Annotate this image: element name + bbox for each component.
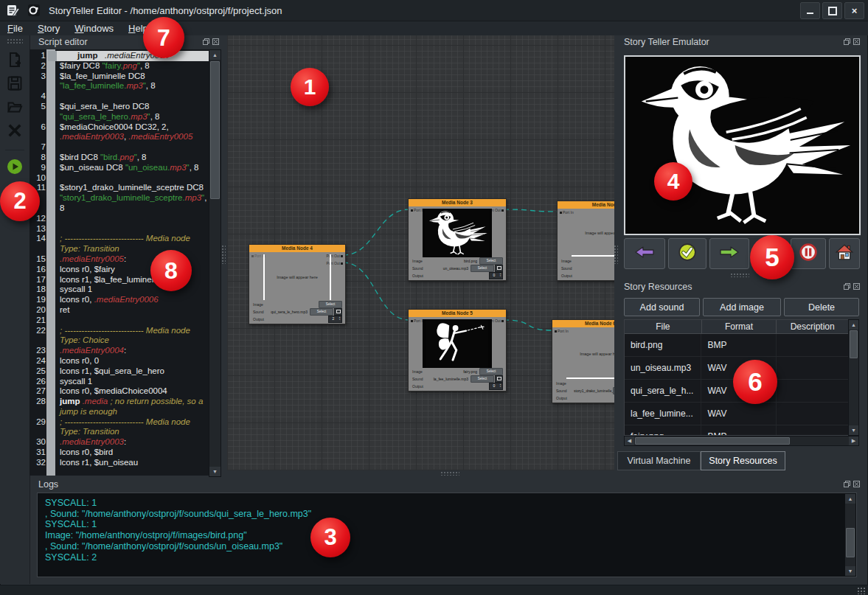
- spinner-arrows[interactable]: ▴▾: [499, 273, 502, 279]
- spinner-arrows[interactable]: ▴▾: [499, 383, 502, 389]
- emulator-next-button[interactable]: [709, 238, 749, 269]
- add-sound-button[interactable]: Add sound: [624, 298, 700, 316]
- code-row[interactable]: 28jump .media ; no return possible, so a: [29, 397, 209, 407]
- toolbar-new-file-button[interactable]: [0, 49, 29, 73]
- splitter-handle[interactable]: [730, 273, 749, 277]
- code-row[interactable]: jump is enough: [29, 407, 209, 417]
- splitter-handle[interactable]: [221, 245, 226, 264]
- code-row[interactable]: 30.mediaEntry0003:: [29, 437, 209, 448]
- toolbar-save-button[interactable]: [0, 73, 29, 97]
- spinner-arrows[interactable]: ▴▾: [338, 316, 341, 322]
- float-panel-icon[interactable]: [843, 282, 851, 290]
- code-row-current[interactable]: 1jump .mediaEntry0004: [29, 51, 209, 61]
- close-panel-icon[interactable]: [853, 282, 861, 290]
- scroll-down-icon[interactable]: ▼: [209, 467, 221, 476]
- code-row[interactable]: 19lcons r0, .mediaEntry0006: [29, 295, 209, 305]
- code-row[interactable]: 10: [29, 173, 209, 184]
- column-header-file[interactable]: File: [625, 320, 702, 334]
- code-row[interactable]: "la_fee_luminelle.mp3", 8: [29, 81, 209, 91]
- sound-preview-button[interactable]: [334, 308, 342, 316]
- node-media-node[interactable]: Media NodePort InPort OutImage will appe…: [557, 201, 614, 281]
- node-media-node-6[interactable]: Media Node 6Port InPort OutImage will ap…: [552, 319, 614, 403]
- scroll-down-icon[interactable]: ▼: [845, 566, 855, 576]
- toolbar-open-button[interactable]: [0, 97, 29, 120]
- code-row[interactable]: 25lcons r1, $qui_sera_le_hero: [29, 366, 209, 377]
- code-row[interactable]: Type: Choice: [29, 335, 209, 346]
- code-row[interactable]: 8$bird DC8 "bird.png", 8: [29, 153, 209, 163]
- close-panel-icon[interactable]: [853, 480, 861, 488]
- scroll-up-icon[interactable]: ▲: [849, 320, 858, 330]
- code-row[interactable]: 9$un_oiseau DC8 "un_oiseau.mp3", 8: [29, 163, 209, 173]
- close-panel-icon[interactable]: [212, 38, 220, 46]
- code-row[interactable]: 5$qui_sera_le_hero DC8: [29, 102, 209, 112]
- window-minimize-button[interactable]: [800, 2, 820, 19]
- code-row[interactable]: 23.mediaEntry0004:: [29, 346, 209, 356]
- output-spinner[interactable]: 0▴▾: [489, 272, 503, 279]
- table-row[interactable]: fairy.pngBMP: [625, 425, 849, 436]
- tab-story-resources[interactable]: Story Resources: [701, 451, 785, 470]
- emulator-pause-button[interactable]: [791, 238, 826, 269]
- window-maximize-button[interactable]: [822, 2, 842, 19]
- float-panel-icon[interactable]: [202, 38, 210, 46]
- code-row[interactable]: 20ret: [29, 305, 209, 316]
- select-image-button[interactable]: Select: [479, 257, 503, 265]
- code-row[interactable]: 8: [29, 203, 209, 214]
- float-panel-icon[interactable]: [843, 480, 851, 488]
- scroll-up-icon[interactable]: ▲: [209, 50, 221, 60]
- sound-preview-button[interactable]: [495, 265, 503, 272]
- code-row[interactable]: 21: [29, 316, 209, 326]
- node-media-node-3[interactable]: Media Node 3Port InPort OutImagebird.png…: [408, 198, 507, 281]
- code-row[interactable]: 24lcons r0, 0: [29, 356, 209, 366]
- splitter-handle[interactable]: [614, 245, 618, 264]
- menu-item-story[interactable]: Story: [30, 22, 67, 35]
- select-image-button[interactable]: Select: [479, 368, 503, 375]
- code-row[interactable]: Type: Transition: [29, 427, 209, 437]
- code-row[interactable]: 3$la_fee_luminelle DC8: [29, 72, 209, 82]
- logs-scrollbar[interactable]: ▲ ▼: [845, 494, 855, 576]
- menu-item-file[interactable]: File: [0, 22, 30, 35]
- table-row[interactable]: la_fee_lumine...WAV: [625, 403, 849, 425]
- toolbar-drag-handle[interactable]: [7, 38, 23, 44]
- resize-grip[interactable]: [857, 587, 866, 594]
- scroll-right-icon[interactable]: ▶: [849, 436, 858, 445]
- code-row[interactable]: .mediaEntry0003, .mediaEntry0005: [29, 132, 209, 142]
- emulator-home-button[interactable]: [829, 238, 860, 269]
- code-row[interactable]: "qui_sera_le_hero.mp3", 8: [29, 112, 209, 122]
- output-spinner[interactable]: 0▴▾: [489, 383, 503, 390]
- code-row[interactable]: 31lcons r0, $bird: [29, 448, 209, 458]
- select-sound-button[interactable]: Select: [613, 387, 614, 394]
- scroll-down-icon[interactable]: ▼: [849, 425, 858, 435]
- script-editor-scrollbar[interactable]: ▲ ▼: [209, 49, 221, 477]
- scroll-left-icon[interactable]: ◀: [625, 436, 634, 445]
- code-row[interactable]: 12: [29, 214, 209, 224]
- scrollbar-thumb[interactable]: [635, 437, 790, 445]
- code-row[interactable]: 22; ---------------------------- Media n…: [29, 326, 209, 336]
- menu-item-windows[interactable]: Windows: [67, 22, 121, 35]
- code-row[interactable]: 6$mediaChoice0004 DC32, 2,: [29, 122, 209, 133]
- scroll-up-icon[interactable]: ▲: [845, 494, 855, 504]
- select-image-button[interactable]: Select: [319, 301, 342, 308]
- code-row[interactable]: 26syscall 1: [29, 377, 209, 387]
- code-row[interactable]: 14; ---------------------------- Media n…: [29, 234, 209, 244]
- node-media-node-4[interactable]: Media Node 4Port InPort OutPort OutImage…: [249, 244, 346, 324]
- output-spinner[interactable]: 2▴▾: [328, 316, 342, 323]
- code-row[interactable]: 27lcons r0, $mediaChoice0004: [29, 386, 209, 397]
- select-sound-button[interactable]: Select: [310, 308, 333, 316]
- code-row[interactable]: 2$fairy DC8 "fairy.png", 8: [29, 61, 209, 72]
- splitter-handle[interactable]: [440, 471, 459, 476]
- code-row[interactable]: "story1_drako_luminelle_sceptre.mp3",: [29, 193, 209, 203]
- code-row[interactable]: 11$story1_drako_luminelle_sceptre DC8: [29, 183, 209, 193]
- toolbar-run-button[interactable]: [0, 156, 29, 180]
- column-header-format[interactable]: Format: [702, 320, 777, 334]
- column-header-description[interactable]: Description: [777, 320, 849, 334]
- resources-table-vscrollbar[interactable]: ▲ ▼: [848, 319, 859, 436]
- resources-table-hscrollbar[interactable]: ◀ ▶: [624, 436, 859, 446]
- sound-preview-button[interactable]: [495, 375, 503, 383]
- node-media-node-5[interactable]: Media Node 5Port InPort OutImagefairy.pn…: [408, 309, 507, 392]
- node-canvas[interactable]: Media Node 4Port InPort OutPort OutImage…: [227, 35, 614, 470]
- add-image-button[interactable]: Add image: [703, 298, 781, 316]
- code-row[interactable]: 32lcons r1, $un_oiseau: [29, 458, 209, 468]
- scrollbar-thumb[interactable]: [846, 528, 855, 557]
- code-row[interactable]: 29; ---------------------------- Media n…: [29, 417, 209, 428]
- emulator-back-button[interactable]: [624, 238, 665, 269]
